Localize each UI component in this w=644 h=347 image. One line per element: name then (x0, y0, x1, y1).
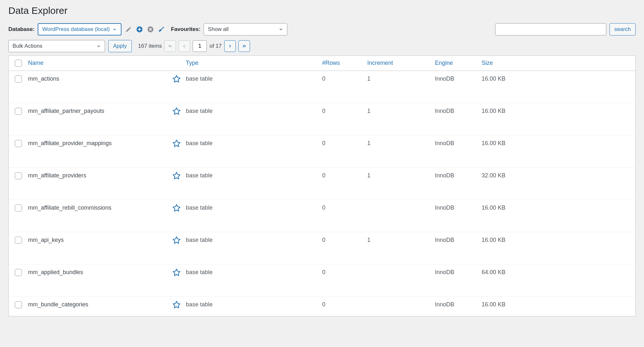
current-page-input[interactable] (193, 40, 207, 52)
cell-rows: 0 (322, 204, 367, 211)
cell-type: base table (186, 140, 322, 147)
favourites-label: Favourites: (171, 26, 201, 33)
favourite-star-button[interactable] (172, 139, 181, 148)
table-row: mm_affiliate_provider_mappings base tabl… (9, 135, 635, 168)
table-row: mm_api_keys base table 0 1 InnoDB 16.00 … (9, 232, 635, 264)
table-row: mm_bundle_categories base table 0 InnoDB… (9, 297, 635, 316)
column-rows[interactable]: #Rows (322, 60, 367, 66)
pencil-icon (125, 26, 132, 33)
row-checkbox[interactable] (15, 269, 22, 276)
table-name[interactable]: mm_applied_bundles (28, 269, 83, 276)
database-selected-value: WordPress database (local) (42, 26, 110, 33)
cell-rows: 0 (322, 108, 367, 114)
svg-marker-4 (173, 140, 180, 147)
chevron-right-icon (227, 44, 233, 49)
total-pages: of 17 (209, 43, 222, 49)
svg-marker-3 (173, 108, 180, 114)
cell-rows: 0 (322, 75, 367, 82)
chevron-left-icon (182, 44, 187, 49)
broom-icon (158, 26, 165, 33)
table-name[interactable]: mm_affiliate_rebill_commissions (28, 204, 111, 211)
favourite-star-button[interactable] (172, 172, 181, 180)
cell-type: base table (186, 75, 322, 82)
apply-bulk-button[interactable]: Apply (108, 40, 132, 52)
add-db-button[interactable] (136, 25, 143, 33)
bulk-actions-value: Bulk Actions (13, 43, 43, 49)
column-increment[interactable]: Increment (367, 60, 435, 66)
cell-rows: 0 (322, 140, 367, 147)
items-count: 167 items (138, 43, 162, 49)
cell-type: base table (186, 237, 322, 243)
star-outline-icon (172, 204, 181, 212)
cell-rows: 0 (322, 172, 367, 179)
page-title: Data Explorer (8, 5, 636, 16)
column-name[interactable]: Name (28, 60, 186, 66)
row-checkbox[interactable] (15, 301, 22, 308)
star-outline-icon (172, 139, 181, 148)
row-checkbox[interactable] (15, 172, 22, 179)
table-name[interactable]: mm_affiliate_providers (28, 172, 86, 179)
prev-page-button[interactable] (178, 40, 190, 52)
cell-size: 16.00 KB (482, 301, 635, 308)
table-name[interactable]: mm_affiliate_provider_mappings (28, 140, 112, 147)
star-outline-icon (172, 301, 181, 309)
table-name[interactable]: mm_bundle_categories (28, 301, 88, 308)
cell-rows: 0 (322, 301, 367, 308)
cell-type: base table (186, 204, 322, 211)
cell-increment: 1 (367, 172, 435, 179)
column-engine[interactable]: Engine (435, 60, 482, 66)
row-checkbox[interactable] (15, 75, 22, 83)
table-row: mm_affiliate_partner_payouts base table … (9, 103, 635, 135)
table-row: mm_affiliate_rebill_commissions base tab… (9, 200, 635, 232)
favourite-star-button[interactable] (172, 204, 181, 212)
toolbar-main: Database: WordPress database (local) Fav… (8, 23, 636, 35)
row-checkbox[interactable] (15, 140, 22, 147)
svg-marker-5 (173, 172, 180, 179)
table-name[interactable]: mm_api_keys (28, 237, 64, 243)
next-page-button[interactable] (224, 40, 236, 52)
cell-engine: InnoDB (435, 108, 482, 114)
table-name[interactable]: mm_affiliate_partner_payouts (28, 108, 104, 114)
database-label: Database: (8, 26, 34, 33)
favourite-star-button[interactable] (172, 236, 181, 244)
column-size[interactable]: Size (482, 60, 635, 66)
chevron-double-left-icon (168, 44, 173, 49)
favourite-star-button[interactable] (172, 75, 181, 83)
favourite-star-button[interactable] (172, 107, 181, 115)
svg-marker-6 (173, 204, 180, 211)
row-checkbox[interactable] (15, 108, 22, 115)
cell-size: 16.00 KB (482, 204, 635, 211)
star-outline-icon (172, 268, 181, 277)
cell-size: 16.00 KB (482, 75, 635, 82)
row-checkbox[interactable] (15, 204, 22, 212)
select-all-checkbox[interactable] (15, 60, 22, 67)
cell-size: 64.00 KB (482, 269, 635, 276)
delete-db-button[interactable] (147, 25, 154, 33)
cell-rows: 0 (322, 269, 367, 276)
favourite-star-button[interactable] (172, 301, 181, 309)
cell-increment: 1 (367, 237, 435, 243)
search-button[interactable]: search (610, 23, 636, 35)
favourite-star-button[interactable] (172, 268, 181, 277)
table-name[interactable]: mm_actions (28, 75, 59, 82)
column-type[interactable]: Type (186, 60, 322, 66)
cell-type: base table (186, 301, 322, 308)
clean-db-button[interactable] (158, 25, 165, 33)
rename-db-button[interactable] (125, 25, 132, 33)
database-select[interactable]: WordPress database (local) (38, 23, 121, 35)
cell-engine: InnoDB (435, 140, 482, 147)
star-outline-icon (172, 172, 181, 180)
cell-size: 32.00 KB (482, 172, 635, 179)
cell-engine: InnoDB (435, 204, 482, 211)
last-page-button[interactable] (238, 40, 250, 52)
table-header-row: Name Type #Rows Increment Engine Size (9, 56, 635, 71)
favourites-select[interactable]: Show all (204, 23, 287, 35)
star-outline-icon (172, 236, 181, 244)
row-checkbox[interactable] (15, 237, 22, 244)
table-row: mm_applied_bundles base table 0 InnoDB 6… (9, 264, 635, 297)
bulk-actions-select[interactable]: Bulk Actions (8, 40, 105, 52)
chevron-down-icon (96, 44, 101, 48)
toolbar-secondary: Bulk Actions Apply 167 items of 17 (8, 40, 636, 52)
first-page-button[interactable] (164, 40, 176, 52)
search-input[interactable] (495, 23, 606, 35)
